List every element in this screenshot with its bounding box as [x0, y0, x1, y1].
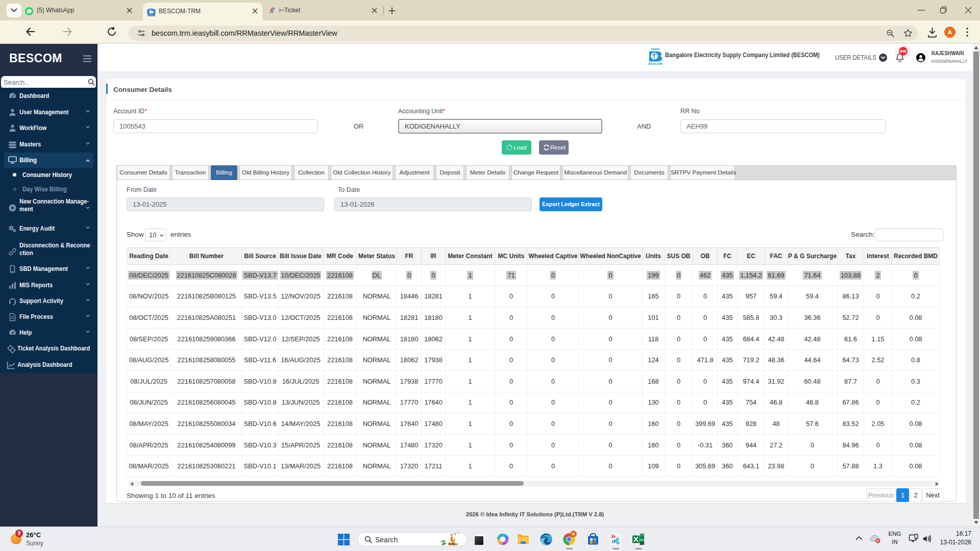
svg-text:ಜಾವಾರ: ಜಾವಾರ — [651, 47, 660, 51]
svg-text:BESCOM: BESCOM — [648, 62, 663, 65]
svg-text:ಜನವಲ: ಜನವಲ — [149, 8, 154, 10]
